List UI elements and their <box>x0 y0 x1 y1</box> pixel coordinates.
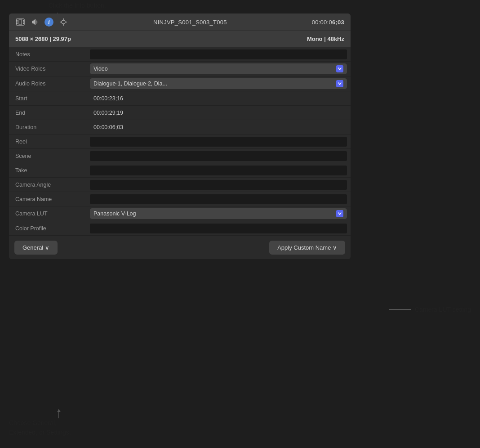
input-camera-name[interactable] <box>90 194 347 204</box>
input-reel[interactable] <box>90 137 347 147</box>
field-label-notes: Notes <box>9 49 90 60</box>
dropdown-camera-lut[interactable]: Panasonic V-Log <box>90 208 347 219</box>
annotation-bottom-wrapper: Choose General, Extended, or Settings. <box>9 409 71 437</box>
svg-point-7 <box>62 20 65 24</box>
annotation-camera-lut-label: Camera LUT setting <box>415 306 471 313</box>
dropdown-text: Panasonic V-Log <box>93 211 136 217</box>
info-bar: 5088 × 2680 | 29.97p Mono | 48kHz <box>9 31 351 47</box>
info-icon[interactable]: i <box>44 17 54 27</box>
toolbar-title: NINJVP_S001_S003_T005 <box>73 19 307 26</box>
field-label-reel: Reel <box>9 136 90 148</box>
audio-icon[interactable] <box>30 17 40 27</box>
input-notes[interactable] <box>90 49 347 59</box>
apply-custom-name-button[interactable]: Apply Custom Name ∨ <box>269 241 345 255</box>
timecode-pre: 00:00:0 <box>312 19 332 26</box>
info-bar-resolution: 5088 × 2680 | 29.97p <box>15 36 71 42</box>
general-button[interactable]: General ∨ <box>14 241 58 255</box>
input-color-profile[interactable] <box>90 224 347 233</box>
info-panel: i NINJVP_S001_S003_T005 00:00:06;03 <box>9 13 351 259</box>
field-label-scene: Scene <box>9 150 90 162</box>
fields-container: NotesVideo RolesVideoAudio RolesDialogue… <box>9 47 351 236</box>
field-row: Reel <box>9 134 351 149</box>
chevron-down-icon <box>336 65 343 72</box>
field-row: Video RolesVideo <box>9 62 351 76</box>
field-row: Color Profile <box>9 221 351 236</box>
annotation-camera-lut: Camera LUT setting <box>389 306 471 313</box>
field-row: End00:00:29;19 <box>9 106 351 120</box>
general-button-label: General ∨ <box>22 244 49 251</box>
field-label-camera-angle: Camera Angle <box>9 179 90 191</box>
input-take[interactable] <box>90 166 347 175</box>
chevron-down-icon <box>336 80 343 87</box>
svg-marker-6 <box>32 19 36 25</box>
field-label-end: End <box>9 107 90 119</box>
field-label-video-roles: Video Roles <box>9 63 90 75</box>
dropdown-audio-roles[interactable]: Dialogue-1, Dialogue-2, Dia... <box>90 78 347 89</box>
info-icon-circle: i <box>44 18 53 27</box>
info-bar-audio: Mono | 48kHz <box>307 36 344 42</box>
field-row: Take <box>9 163 351 178</box>
apply-custom-name-label: Apply Custom Name ∨ <box>277 244 337 251</box>
field-row: Scene <box>9 149 351 163</box>
bottom-bar: General ∨ Apply Custom Name ∨ <box>9 236 351 259</box>
field-value-duration: 00:00:06;03 <box>90 122 351 132</box>
toolbar: i NINJVP_S001_S003_T005 00:00:06;03 <box>9 13 351 31</box>
svg-rect-3 <box>23 20 24 22</box>
chevron-down-icon <box>336 210 343 217</box>
field-label-start: Start <box>9 93 90 104</box>
svg-rect-4 <box>23 22 24 24</box>
input-scene[interactable] <box>90 151 347 161</box>
field-label-take: Take <box>9 165 90 176</box>
field-label-audio-roles: Audio Roles <box>9 78 90 90</box>
annotation-line <box>389 309 411 310</box>
field-label-camera-lut: Camera LUT <box>9 208 90 220</box>
field-row: Start00:00:23;16 <box>9 91 351 106</box>
svg-rect-0 <box>16 19 24 25</box>
svg-rect-5 <box>19 19 22 25</box>
field-row: Camera Name <box>9 192 351 206</box>
field-value-end: 00:00:29;19 <box>90 108 351 118</box>
dropdown-video-roles[interactable]: Video <box>90 63 347 74</box>
field-row: Duration00:00:06;03 <box>9 120 351 134</box>
timecode-bold: 6;03 <box>332 19 344 26</box>
field-row: Camera Angle <box>9 178 351 192</box>
field-label-duration: Duration <box>9 121 90 133</box>
svg-rect-1 <box>16 20 18 22</box>
field-label-camera-name: Camera Name <box>9 193 90 205</box>
field-label-color-profile: Color Profile <box>9 223 90 234</box>
field-row: Audio RolesDialogue-1, Dialogue-2, Dia..… <box>9 76 351 91</box>
dropdown-text: Video <box>93 66 108 72</box>
field-row: Notes <box>9 47 351 62</box>
dropdown-text: Dialogue-1, Dialogue-2, Dia... <box>93 81 167 87</box>
annotation-bottom-label: Choose General, Extended, or Settings. <box>9 418 71 437</box>
field-value-start: 00:00:23;16 <box>90 94 351 103</box>
input-camera-angle[interactable] <box>90 180 347 190</box>
transform-icon[interactable] <box>58 17 68 27</box>
annotation-top-label: Click the Info button. <box>49 2 106 9</box>
svg-rect-2 <box>16 22 18 24</box>
toolbar-timecode: 00:00:06;03 <box>312 19 344 26</box>
annotation-bottom-arrow <box>58 409 59 418</box>
field-row: Camera LUTPanasonic V-Log <box>9 206 351 221</box>
film-icon[interactable] <box>15 17 25 27</box>
